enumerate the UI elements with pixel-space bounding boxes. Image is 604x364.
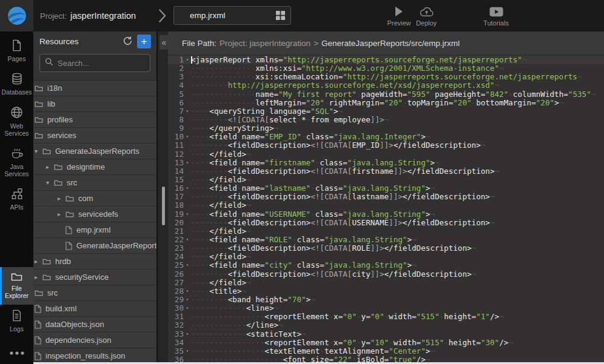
editor-line[interactable]: 20········<fieldDescription><![CDATA[USE… xyxy=(168,219,604,227)
code-line-content[interactable]: <jasperReport·xmlns="http://jasperreport… xyxy=(191,56,604,64)
editor-line[interactable]: 3··············xsi:schemaLocation="http:… xyxy=(168,73,604,81)
code-line-content[interactable]: ················<textElement·textAlignme… xyxy=(191,347,604,356)
editor-line[interactable]: 5··············name="My first report"·pa… xyxy=(168,90,604,99)
code-line-content[interactable]: ····</queryString>¬ xyxy=(191,124,604,133)
tree-item-emp-jrxml[interactable]: emp.jrxml xyxy=(33,222,156,238)
editor-line[interactable]: 26········<fieldDescription><![CDATA[cit… xyxy=(168,270,604,279)
tree-item-com[interactable]: ▸com xyxy=(33,191,156,207)
code-line-content[interactable]: ··············leftMargin="20"·rightMargi… xyxy=(191,99,604,107)
chevron-right-icon[interactable]: ▸ xyxy=(58,211,65,217)
tree-item-lib[interactable]: lib xyxy=(33,96,156,112)
code-line-content[interactable]: ····<field·name="EMP_ID"·class="java.lan… xyxy=(191,133,604,141)
code-line-content[interactable]: ············<line>¬ xyxy=(191,304,604,313)
editor-line[interactable]: 4········http://jasperreports.sourceforg… xyxy=(168,81,604,90)
tree-item-profiles[interactable]: profiles xyxy=(33,112,156,128)
chevron-right-icon[interactable]: ▸ xyxy=(46,164,54,170)
code-line-content[interactable]: ········<![CDATA[select·*·from·employee]… xyxy=(191,116,604,124)
tree-item-build-xml[interactable]: build.xml xyxy=(33,301,156,317)
code-line-content[interactable]: ········<band·height="70">¬ xyxy=(191,296,604,304)
code-line-content[interactable]: ····</field>¬ xyxy=(191,227,604,236)
wavemaker-logo[interactable] xyxy=(0,0,33,31)
editor-line[interactable]: 10▾····<field·name="EMP_ID"·class="java.… xyxy=(168,133,604,141)
tree-item-services[interactable]: services xyxy=(33,128,156,144)
fold-toggle-icon[interactable]: ▾ xyxy=(184,287,191,296)
code-line-content[interactable]: ········http://jasperreports.sourceforge… xyxy=(191,81,604,90)
editor-line[interactable]: 8········<![CDATA[select·*·from·employee… xyxy=(168,116,604,124)
editor-line[interactable]: 28▾····<title>¬ xyxy=(168,287,604,296)
sidebar-item-pages[interactable]: Pages xyxy=(0,35,33,68)
code-line-content[interactable]: ····</field>¬ xyxy=(191,150,604,159)
editor-line[interactable]: 22▾····<field·name="ROLE"·class="java.la… xyxy=(168,236,604,244)
fold-toggle-icon[interactable]: ▾ xyxy=(184,330,191,339)
fold-toggle-icon[interactable]: ▾ xyxy=(184,296,191,304)
fold-toggle-icon[interactable]: ▾ xyxy=(184,159,191,167)
sidebar-item-web-services[interactable]: Web Services xyxy=(0,101,33,142)
editor-line[interactable]: 17········<fieldDescription><![CDATA[las… xyxy=(168,193,604,201)
code-line-content[interactable]: ············</line>¬ xyxy=(191,321,604,329)
editor-line[interactable]: 15····</field>¬ xyxy=(168,176,604,184)
code-line-content[interactable]: ····</field>¬ xyxy=(191,176,604,184)
code-line-content[interactable]: ····<title>¬ xyxy=(191,287,604,296)
sidebar-item-logs[interactable]: Logs xyxy=(0,305,33,338)
tree-item-i18n[interactable]: i18n xyxy=(33,81,156,96)
tutorials-button[interactable]: Tutorials xyxy=(478,5,514,27)
code-line-content[interactable]: ········<fieldDescription><![CDATA[ROLE]… xyxy=(191,244,604,253)
editor-line[interactable]: 27····</field>¬ xyxy=(168,279,604,287)
grid-icon[interactable] xyxy=(276,11,285,20)
code-line-content[interactable]: ····<field·name="city"·class="java.lang.… xyxy=(191,261,604,270)
editor-line[interactable]: 6··············leftMargin="20"·rightMarg… xyxy=(168,99,604,107)
fold-toggle-icon[interactable]: ▾ xyxy=(184,236,191,244)
chevron-down-icon[interactable]: ▾ xyxy=(46,180,54,186)
sidebar-item-file-explorer[interactable]: File Explorer xyxy=(0,267,33,305)
fold-toggle-icon[interactable]: ▾ xyxy=(184,347,191,356)
editor-line[interactable]: 23········<fieldDescription><![CDATA[ROL… xyxy=(168,244,604,253)
editor-line[interactable]: 16▾····<field·name="lastname"·class="jav… xyxy=(168,184,604,193)
code-line-content[interactable]: ····<field·name="USERNAME"·class="java.l… xyxy=(191,210,604,219)
code-line-content[interactable]: ········<fieldDescription><![CDATA[USERN… xyxy=(191,219,604,227)
fold-toggle-icon[interactable]: ▾ xyxy=(184,184,191,193)
editor-line[interactable]: 35▾················<textElement·textAlig… xyxy=(168,347,604,356)
search-input[interactable] xyxy=(58,59,145,68)
editor-line[interactable]: 29▾········<band·height="70">¬ xyxy=(168,296,604,304)
tree-item-securityservice[interactable]: ▸securityService xyxy=(33,270,156,285)
code-line-content[interactable]: ····<field·name="ROLE"·class="java.lang.… xyxy=(191,236,604,244)
code-line-content[interactable]: ····</field>¬ xyxy=(191,201,604,210)
code-editor[interactable]: 1▾<jasperReport·xmlns="http://jasperrepo… xyxy=(168,55,604,364)
code-line-content[interactable]: ····</field>¬ xyxy=(191,279,604,287)
chevron-right-icon[interactable]: ▸ xyxy=(35,274,42,280)
code-line-content[interactable]: ····</field>¬ xyxy=(191,253,604,261)
add-resource-button[interactable]: + xyxy=(137,35,151,48)
tree-item-dataobjects-json[interactable]: dataObjects.json xyxy=(33,317,156,333)
editor-line[interactable]: 30▾············<line>¬ xyxy=(168,304,604,313)
refresh-button[interactable] xyxy=(121,36,133,48)
editor-line[interactable]: 25▾····<field·name="city"·class="java.la… xyxy=(168,261,604,270)
code-line-content[interactable]: ··············name="My first report"·pag… xyxy=(191,90,604,99)
editor-line[interactable]: 34················<reportElement·x="0"·y… xyxy=(168,339,604,347)
chevron-down-icon[interactable]: ▾ xyxy=(35,148,42,154)
editor-line[interactable]: 33▾············<staticText>¬ xyxy=(168,330,604,339)
tree-item-src[interactable]: src xyxy=(33,285,156,301)
code-line-content[interactable]: ····<field·name="lastname"·class="java.l… xyxy=(191,184,604,193)
code-line-content[interactable]: ········<fieldDescription><![CDATA[city]… xyxy=(191,270,604,279)
code-line-content[interactable]: ····<field·name="firstname"·class="java.… xyxy=(191,159,604,167)
code-line-content[interactable]: ········<fieldDescription><![CDATA[first… xyxy=(191,167,604,176)
editor-line[interactable]: 1▾<jasperReport·xmlns="http://jasperrepo… xyxy=(168,56,604,64)
panel-scrollbar-thumb[interactable] xyxy=(162,187,165,225)
editor-line[interactable]: 11········<fieldDescription><![CDATA[EMP… xyxy=(168,141,604,150)
code-line-content[interactable]: ··············xsi:schemaLocation="http:/… xyxy=(191,73,604,81)
chevron-right-icon[interactable]: ▸ xyxy=(58,196,65,202)
editor-line[interactable]: 12····</field>¬ xyxy=(168,150,604,159)
editor-line[interactable]: 9····</queryString>¬ xyxy=(168,124,604,133)
code-line-content[interactable]: ··············xmlns:xsi="http://www.w3.o… xyxy=(191,64,604,73)
code-line-content[interactable]: ················<reportElement·x="0"·y="… xyxy=(191,339,604,347)
editor-line[interactable]: 13▾····<field·name="firstname"·class="ja… xyxy=(168,159,604,167)
fold-toggle-icon[interactable]: ▾ xyxy=(184,107,191,116)
editor-line[interactable]: 32············</line>¬ xyxy=(168,321,604,329)
tree-item-hrdb[interactable]: ▸hrdb xyxy=(33,254,156,270)
tree-item-generatejasperreports[interactable]: ▾GenerateJasperReports xyxy=(33,144,156,159)
editor-line[interactable]: 18····</field>¬ xyxy=(168,201,604,210)
editor-line[interactable]: 24····</field>¬ xyxy=(168,253,604,261)
tree-item-generatejasperreports-s[interactable]: GenerateJasperReports.s xyxy=(33,238,156,254)
editor-line[interactable]: 2··············xmlns:xsi="http://www.w3.… xyxy=(168,64,604,73)
editor-line[interactable]: 14········<fieldDescription><![CDATA[fir… xyxy=(168,167,604,176)
